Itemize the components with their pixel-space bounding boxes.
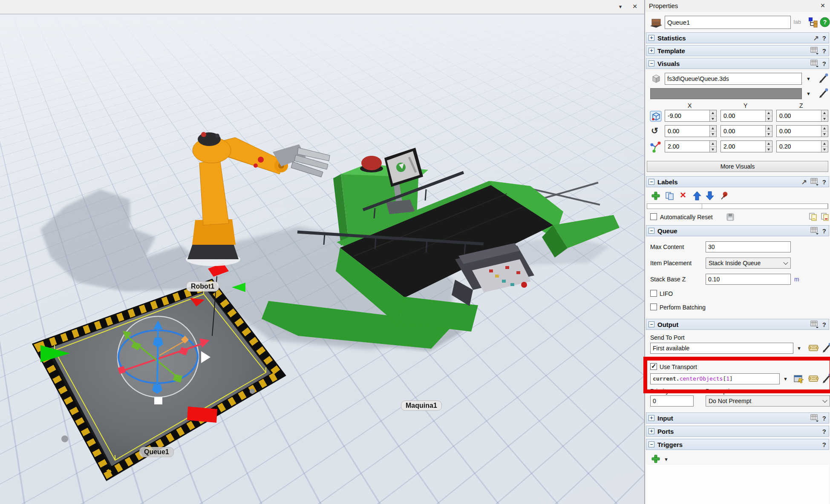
spinner[interactable] [821,141,828,152]
spinner[interactable] [709,126,716,137]
help-icon[interactable]: ? [822,428,826,435]
object-color-swatch[interactable] [650,88,802,99]
size-z-input[interactable] [776,140,828,152]
dropdown-icon[interactable]: ▼ [806,91,811,96]
lifo-checkbox[interactable] [650,290,657,297]
robot-label[interactable]: Robot1 [186,281,219,292]
pos-z-input[interactable] [776,110,828,122]
send-to-port-input[interactable] [650,343,793,354]
max-content-input[interactable] [706,241,791,252]
spinner[interactable] [821,110,828,121]
spinner[interactable] [709,110,716,121]
view-menu-icon[interactable]: ▾ [615,2,625,11]
add-label-icon[interactable] [651,191,660,200]
section-input[interactable]: + Input ? [646,412,829,424]
3d-viewport[interactable]: Robot1 Maquina1 Queue1 [0,14,644,504]
expand-icon[interactable]: + [648,35,654,41]
template-table-icon[interactable] [810,47,819,54]
add-trigger-icon[interactable] [651,454,660,464]
perform-batching-checkbox[interactable] [650,304,657,310]
collapse-icon[interactable]: − [648,228,654,234]
expand-icon[interactable]: + [648,415,654,421]
output-port-marker[interactable] [187,407,217,423]
expand-icon[interactable]: + [648,428,654,434]
object-name-input[interactable] [665,16,791,29]
delete-label-icon[interactable]: × [680,189,686,201]
scale-handle[interactable] [154,397,162,404]
item-placement-select[interactable]: Stack Inside Queue [706,258,791,269]
section-output[interactable]: − Output ? [646,319,829,330]
help-icon[interactable]: ? [822,441,826,448]
pin-stats-icon[interactable]: ↗ [813,34,818,42]
code-scroll-icon[interactable] [808,374,819,384]
pos-y-input[interactable] [720,110,772,122]
labels-list[interactable] [647,203,828,209]
more-visuals-button[interactable]: More Visuals [647,161,828,172]
properties-window-icon[interactable] [793,374,804,384]
spinner[interactable] [765,141,772,152]
rename-icon[interactable]: Iab [793,19,801,25]
transport-code-field[interactable]: current.centerObjects[1] [650,373,780,384]
view-close-icon[interactable]: × [630,1,640,11]
template-table-icon[interactable] [810,321,819,328]
auto-reset-checkbox[interactable] [650,213,657,220]
save-state-icon[interactable] [726,213,735,221]
move-up-icon[interactable] [693,191,701,200]
section-template[interactable]: + Template ? [646,45,829,56]
size-x-input[interactable] [665,140,717,152]
collapse-icon[interactable]: − [648,179,654,185]
help-icon[interactable]: ? [822,60,826,67]
eyedropper-icon[interactable] [821,373,830,384]
dropdown-icon[interactable]: ▼ [797,346,801,351]
eyedropper-icon[interactable] [818,88,828,99]
priority-input[interactable] [650,395,694,407]
section-triggers[interactable]: − Triggers ? [646,439,829,450]
copy-labels-icon[interactable] [809,212,818,222]
dropdown-icon[interactable]: ▼ [664,457,669,462]
help-icon[interactable]: ? [822,227,826,235]
help-icon[interactable]: ? [822,321,826,328]
queue-label[interactable]: Queue1 [139,447,174,457]
collapse-icon[interactable]: − [648,321,654,327]
section-ports[interactable]: + Ports ? [646,426,829,437]
spinner[interactable] [765,126,772,137]
copy-label-icon[interactable] [665,191,675,200]
preemption-select[interactable]: Do Not Preempt [706,395,830,407]
move-down-icon[interactable] [706,191,714,200]
pos-x-input[interactable] [665,110,717,122]
help-icon[interactable]: ? [822,47,826,54]
spinner[interactable] [709,141,716,152]
code-scroll-icon[interactable] [808,344,819,353]
pin-label-icon[interactable] [719,191,729,200]
eyedropper-icon[interactable] [818,73,828,84]
help-icon[interactable]: ? [822,178,826,186]
panel-close-icon[interactable]: × [818,1,827,10]
template-table-icon[interactable] [810,178,819,186]
collapse-icon[interactable]: − [648,441,654,447]
dropdown-icon[interactable]: ▼ [806,76,811,81]
expand-icon[interactable]: + [648,48,654,54]
tree-view-icon[interactable] [807,17,818,28]
help-icon[interactable]: ? [820,17,830,27]
eyedropper-icon[interactable] [821,343,830,354]
spinner[interactable] [821,126,828,137]
pin-labels-icon[interactable]: ↗ [801,178,807,186]
template-table-icon[interactable] [810,60,819,67]
size-y-input[interactable] [720,140,772,152]
collapse-icon[interactable]: − [648,60,654,66]
paste-labels-icon[interactable] [821,212,830,222]
spinner[interactable] [765,110,772,121]
section-visuals[interactable]: − Visuals ? [646,58,829,69]
machine-label[interactable]: Maquina1 [401,401,442,411]
dropdown-icon[interactable]: ▼ [783,376,788,381]
section-labels[interactable]: − Labels ↗ ? [646,176,829,187]
section-queue[interactable]: − Queue ? [646,225,829,236]
help-icon[interactable]: ? [822,415,826,422]
rot-y-input[interactable] [720,125,772,137]
section-statistics[interactable]: + Statistics ↗ ? [646,32,829,43]
shape-path-input[interactable] [665,73,802,85]
rot-z-input[interactable] [776,125,828,137]
help-icon[interactable]: ? [822,34,826,42]
stack-base-input[interactable] [706,274,791,285]
rot-x-input[interactable] [665,125,717,137]
